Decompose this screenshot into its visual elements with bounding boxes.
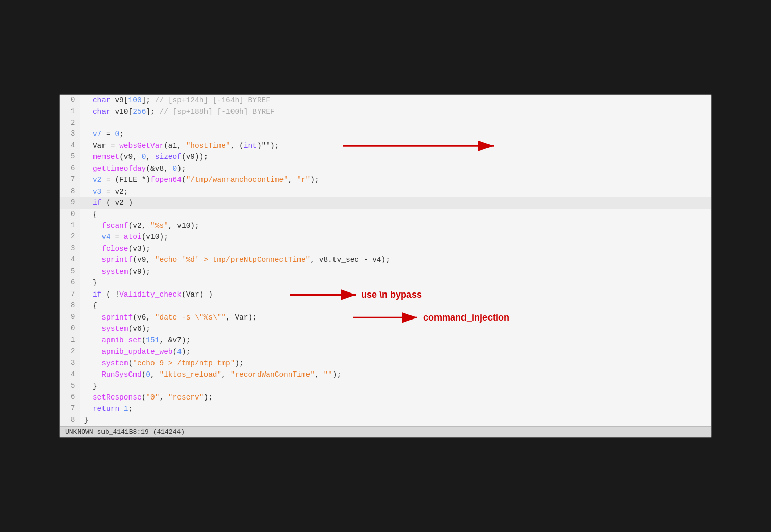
table-row: 5 memset(v9, 0, sizeof(v9)); xyxy=(60,151,711,163)
line-number: 2 xyxy=(60,231,80,243)
code-token xyxy=(84,199,93,207)
code-token: ; xyxy=(275,142,279,150)
code-area[interactable]: 0 char v9[100]; // [sp+124h] [-164h] BYR… xyxy=(60,95,711,427)
line-code: char v9[100]; // [sp+124h] [-164h] BYREF xyxy=(80,95,711,106)
code-token: v2 xyxy=(93,176,101,184)
code-token: // [sp+188h] [-100h] BYREF xyxy=(159,108,274,116)
code-window: 0 char v9[100]; // [sp+124h] [-164h] BYR… xyxy=(59,94,712,439)
line-code: return 1; xyxy=(80,403,711,414)
line-number: 0 xyxy=(60,323,80,334)
code-token: sprintf xyxy=(101,313,133,322)
code-token: = xyxy=(111,233,124,241)
code-token: (a1, xyxy=(164,142,186,150)
code-token: ); xyxy=(310,176,319,184)
code-token: { xyxy=(84,302,97,310)
line-number: 8 xyxy=(60,300,80,311)
table-row: 9 sprintf(v6, "date -s \"%s\"", Var); xyxy=(60,312,711,323)
code-token: } xyxy=(84,279,97,287)
code-token: (&v8, xyxy=(146,165,172,173)
code-token: { xyxy=(84,210,97,219)
table-row: 6 setResponse("0", "reserv"); xyxy=(60,392,711,403)
code-token xyxy=(84,348,102,356)
code-token: 151 xyxy=(146,336,159,344)
code-token xyxy=(84,130,93,138)
code-token: } xyxy=(84,416,89,424)
line-number: 6 xyxy=(60,277,80,288)
line-number: 4 xyxy=(60,254,80,265)
line-code: system(v6); xyxy=(80,323,711,334)
code-token xyxy=(84,153,93,161)
code-token xyxy=(84,188,93,196)
line-number: 1 xyxy=(60,106,80,117)
code-token: ; xyxy=(119,130,124,138)
code-token: (v6); xyxy=(128,325,151,333)
code-token: if xyxy=(93,199,101,207)
code-token: "reserv" xyxy=(168,393,204,402)
table-row: 2 xyxy=(60,118,711,129)
table-row: 3 v7 = 0; xyxy=(60,128,711,140)
table-row: 8 v3 = v2; xyxy=(60,186,711,197)
table-row: 4 sprintf(v9, "echo '%d' > tmp/preNtpCon… xyxy=(60,254,711,265)
table-row: 2 apmib_update_web(4); xyxy=(60,346,711,357)
line-code: Var = websGetVar(a1, "hostTime", (int)""… xyxy=(80,140,711,151)
table-row: 8} xyxy=(60,415,711,426)
code-token: ( v2 ) xyxy=(101,199,133,207)
code-token: (Var) ) xyxy=(182,290,213,299)
code-token: Var = xyxy=(84,142,120,150)
line-code: system(v9); xyxy=(80,266,711,277)
code-token: v10[ xyxy=(111,108,133,116)
code-token xyxy=(84,325,102,333)
line-number: 0 xyxy=(60,95,80,106)
code-token: (v9, xyxy=(133,256,155,264)
code-token: (v9)); xyxy=(182,153,208,161)
code-token: (v9); xyxy=(128,268,151,276)
line-number: 3 xyxy=(60,243,80,254)
line-code: v4 = atoi(v10); xyxy=(80,231,711,243)
code-token: ); xyxy=(182,348,190,356)
code-token: apmib_set xyxy=(101,336,141,344)
line-number: 9 xyxy=(60,312,80,323)
line-code: } xyxy=(80,415,711,426)
line-number: 7 xyxy=(60,289,80,300)
code-token: = xyxy=(101,130,115,138)
code-token: 256 xyxy=(133,108,146,116)
code-token xyxy=(84,370,102,379)
table-row: 4 RunSysCmd(0, "lktos_reload", "recordWa… xyxy=(60,369,711,380)
line-number: 1 xyxy=(60,335,80,346)
code-token: setResponse xyxy=(93,393,142,402)
code-token: 0 xyxy=(173,165,177,173)
line-code: system("echo 9 > /tmp/ntp_tmp"); xyxy=(80,358,711,369)
code-token xyxy=(84,165,93,173)
code-token: "/tmp/wanranchocontime" xyxy=(186,176,288,184)
code-token xyxy=(84,405,93,413)
line-number: 4 xyxy=(60,369,80,380)
code-token xyxy=(84,222,102,230)
code-token: "" xyxy=(323,370,332,379)
code-token xyxy=(84,393,93,402)
code-token: ); xyxy=(177,165,186,173)
code-token: , Var); xyxy=(226,313,257,322)
code-token: ( xyxy=(182,176,186,184)
code-token: (v10); xyxy=(142,233,168,241)
code-token: "echo '%d' > tmp/preNtpConnectTime" xyxy=(155,256,311,264)
table-row: 6 } xyxy=(60,277,711,288)
code-token: } xyxy=(84,382,97,390)
line-code: v2 = (FILE *)fopen64("/tmp/wanranchocont… xyxy=(80,174,711,185)
status-bar: UNKNOWN sub_4141B8:19 (414244) xyxy=(60,426,711,437)
table-row: 3 fclose(v3); xyxy=(60,243,711,254)
code-token: ( xyxy=(173,348,177,356)
code-token xyxy=(84,290,93,299)
code-token: if xyxy=(93,290,101,299)
code-token: v7 xyxy=(93,130,101,138)
code-token: 1 xyxy=(124,405,128,413)
code-token: ); xyxy=(332,370,341,379)
table-row: 6 gettimeofday(&v8, 0); xyxy=(60,163,711,174)
line-number: 6 xyxy=(60,163,80,174)
code-token: ]; xyxy=(142,96,155,104)
line-code: fscanf(v2, "%s", v10); xyxy=(80,220,711,231)
code-token xyxy=(119,405,124,413)
code-token: fclose xyxy=(101,245,128,253)
code-token: 0 xyxy=(115,130,119,138)
line-code: apmib_set(151, &v7); xyxy=(80,335,711,346)
code-token: , xyxy=(315,370,323,379)
